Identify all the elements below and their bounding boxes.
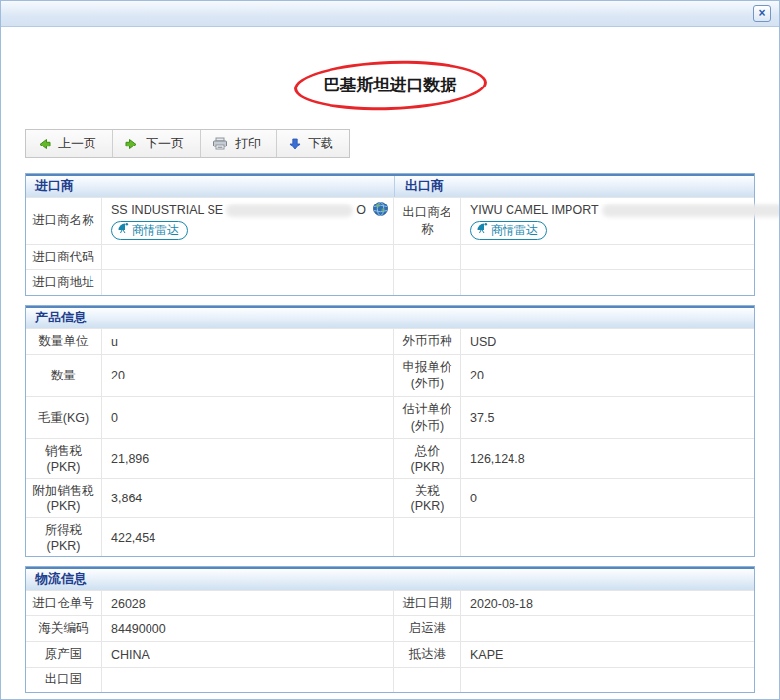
arrow-right-icon <box>125 138 139 150</box>
importer-name-suffix: O <box>356 204 366 217</box>
table-row: 出口国 <box>26 667 754 692</box>
section-logistics: 物流信息 进口仓单号 26028 进口日期 2020-08-18 海关编码 84… <box>25 566 755 693</box>
field-label: 销售税(PKR) <box>26 439 102 478</box>
importer-name-value: SS INDUSTRIAL SE <box>111 204 223 217</box>
field-label: 申报单价(外币) <box>394 355 461 396</box>
field-value: 20 <box>461 355 754 396</box>
table-row: 原产国 CHINA 抵达港 KAPE <box>26 641 754 667</box>
importer-address-label: 进口商地址 <box>26 270 102 295</box>
field-label: 数量单位 <box>26 329 102 354</box>
importer-name-cell: SS INDUSTRIAL SEO 商情雷达 <box>102 198 394 244</box>
trader-section-header: 进口商 出口商 <box>26 174 754 197</box>
empty-value <box>461 245 754 269</box>
field-label <box>394 668 461 692</box>
table-row: 附加销售税(PKR) 3,864 关税(PKR) 0 <box>26 478 754 517</box>
importer-code-value <box>102 245 394 269</box>
table-row: 进口商地址 <box>26 269 754 295</box>
field-label: 抵达港 <box>394 642 461 667</box>
table-row: 数量单位 u 外币币种 USD <box>26 328 754 354</box>
table-row: 进口商名称 SS INDUSTRIAL SEO 商情雷达 出口商名称 YIWU … <box>26 197 754 244</box>
field-label: 关税(PKR) <box>394 479 461 517</box>
field-value: CHINA <box>102 642 394 667</box>
field-value <box>461 668 754 692</box>
field-value: 20 <box>102 355 394 396</box>
field-label: 启运港 <box>394 616 461 641</box>
censored-text <box>226 204 353 217</box>
page-title: 巴基斯坦进口数据 <box>25 60 755 111</box>
field-value: 0 <box>461 479 754 517</box>
exporter-radar-button[interactable]: 商情雷达 <box>470 221 547 240</box>
product-section-header: 产品信息 <box>26 306 754 328</box>
section-trader: 进口商 出口商 进口商名称 SS INDUSTRIAL SEO 商情雷达 出口商… <box>25 173 755 296</box>
field-label: 所得税(PKR) <box>26 518 102 556</box>
field-label: 估计单价(外币) <box>394 397 461 438</box>
table-row: 数量 20 申报单价(外币) 20 <box>26 354 754 396</box>
censored-text <box>602 204 780 217</box>
field-label <box>394 518 461 556</box>
exporter-name-cell: YIWU CAMEL IMPORT) 商情雷达 <box>461 198 780 244</box>
radar-icon <box>117 222 129 238</box>
dialog-content: 巴基斯坦进口数据 上一页 下一页 打印 下载 进口商 <box>1 60 779 700</box>
field-value <box>102 668 394 692</box>
arrow-down-icon <box>289 138 301 150</box>
table-row: 销售税(PKR) 21,896 总价(PKR) 126,124.8 <box>26 438 754 478</box>
field-value: USD <box>461 329 754 354</box>
field-value: u <box>102 329 394 354</box>
table-row: 海关编码 84490000 启运港 <box>26 615 754 641</box>
field-value: 26028 <box>102 591 394 615</box>
next-page-button[interactable]: 下一页 <box>113 130 201 157</box>
logistics-section-header: 物流信息 <box>26 567 754 590</box>
field-label: 出口国 <box>26 668 102 692</box>
field-value: KAPE <box>461 642 754 667</box>
empty-label <box>394 245 461 269</box>
field-value: 84490000 <box>102 616 394 641</box>
field-label: 附加销售税(PKR) <box>26 479 102 517</box>
table-row: 所得税(PKR) 422,454 <box>26 517 754 556</box>
importer-code-label: 进口商代码 <box>26 245 102 269</box>
field-value: 21,896 <box>102 439 394 478</box>
exporter-name-value: YIWU CAMEL IMPORT <box>470 204 599 217</box>
arrow-left-icon <box>37 138 51 150</box>
dialog-titlebar: × <box>1 1 779 27</box>
close-icon[interactable]: × <box>753 5 771 22</box>
field-label: 海关编码 <box>26 616 102 641</box>
field-label: 数量 <box>26 355 102 396</box>
empty-label <box>394 270 461 295</box>
printer-icon <box>212 137 228 150</box>
field-value <box>461 518 754 556</box>
title-area: 巴基斯坦进口数据 <box>25 60 755 111</box>
field-label: 进口日期 <box>394 591 461 615</box>
field-value <box>461 616 754 641</box>
field-label: 原产国 <box>26 642 102 667</box>
importer-address-value <box>102 270 394 295</box>
field-label: 进口仓单号 <box>26 591 102 615</box>
field-value: 0 <box>102 397 394 438</box>
field-value: 3,864 <box>102 479 394 517</box>
prev-page-button[interactable]: 上一页 <box>26 130 113 157</box>
radar-icon <box>476 222 488 238</box>
field-value: 422,454 <box>102 518 394 556</box>
exporter-header: 出口商 <box>394 176 754 197</box>
field-value: 126,124.8 <box>461 439 754 478</box>
exporter-name-label: 出口商名称 <box>394 198 461 244</box>
globe-icon[interactable] <box>373 202 388 219</box>
importer-header: 进口商 <box>26 176 394 197</box>
print-button[interactable]: 打印 <box>201 130 277 157</box>
table-row: 进口仓单号 26028 进口日期 2020-08-18 <box>26 590 754 615</box>
field-label: 毛重(KG) <box>26 397 102 438</box>
field-value: 2020-08-18 <box>461 591 754 615</box>
field-label: 外币币种 <box>394 329 461 354</box>
importer-radar-button[interactable]: 商情雷达 <box>111 221 188 240</box>
download-button[interactable]: 下载 <box>277 130 349 157</box>
importer-name-label: 进口商名称 <box>26 198 102 244</box>
toolbar: 上一页 下一页 打印 下载 <box>25 129 350 158</box>
empty-value <box>461 270 754 295</box>
section-product: 产品信息 数量单位 u 外币币种 USD 数量 20 申报单价(外币) 20 毛… <box>25 305 755 557</box>
import-data-dialog: × 巴基斯坦进口数据 上一页 下一页 打印 下载 <box>0 0 780 700</box>
field-value: 37.5 <box>461 397 754 438</box>
table-row: 进口商代码 <box>26 244 754 269</box>
table-row: 毛重(KG) 0 估计单价(外币) 37.5 <box>26 396 754 438</box>
field-label: 总价(PKR) <box>394 439 461 478</box>
